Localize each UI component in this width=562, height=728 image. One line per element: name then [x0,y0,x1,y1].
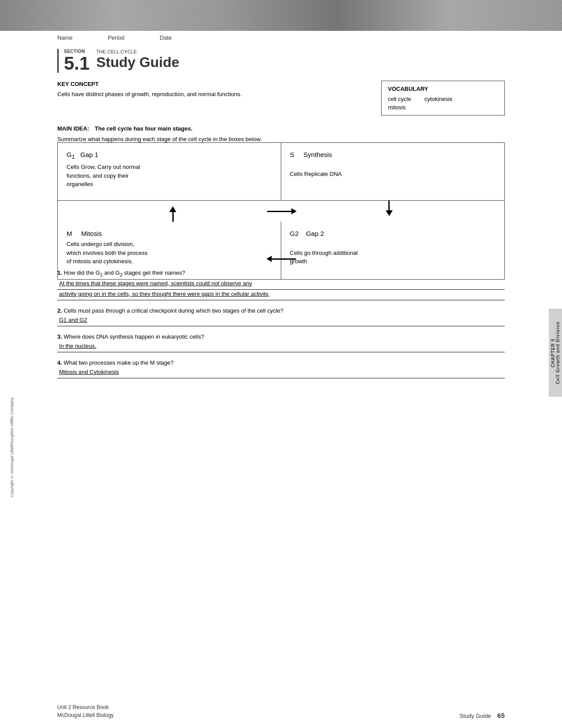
cell-m-title: M Mitosis [67,230,272,237]
side-tab: CHAPTER 5Cell Growth and Division [549,309,562,397]
name-label: Name [57,34,73,41]
q2-answer-line1: G1 and G2 [57,317,505,326]
cell-g2: G2 Gap 2 Cells go through additionalgrow… [281,222,505,279]
vocab-item-mitosis: mitosis [388,104,411,111]
cell-s: S Synthesis Cells Replicate DNA [281,143,505,200]
cell-g1: G1 Gap 1 Cells Grow, Carry out normalfun… [58,143,281,200]
cell-g1-title: G1 Gap 1 [67,151,272,160]
main-idea-subtitle: Summarize what happens during each stage… [57,136,505,142]
q1-answer-line2: activity going on in the cells, so they … [57,291,505,300]
date-label: Date [160,34,171,41]
q1-answer-text1: At the times that these stages were name… [59,280,252,287]
key-concept-text: Cells have distinct phases of growth, re… [57,90,372,99]
cell-g2-text: Cells go through additionalgrowth [290,240,496,266]
cell-s-text: Cells Replicate DNA [290,161,496,178]
section-number-block: SECTION 5.1 [64,49,89,73]
header-image [0,0,562,31]
q1-answer-line1: At the times that these stages were name… [57,280,505,290]
cell-g2-title: G2 Gap 2 [290,230,496,237]
footer-right-label: Study Guide [459,713,491,719]
vocabulary-title: VOCABULARY [388,86,498,92]
vocabulary-box: VOCABULARY cell cycle mitosis cytokinesi… [381,81,505,116]
vocab-item-cell-cycle: cell cycle [388,96,411,102]
vocab-col-1: cell cycle mitosis [388,96,411,111]
q1-answer-text2: activity going on in the cells, so they … [59,291,269,297]
cycle-diagram: G1 Gap 1 Cells Grow, Carry out normalfun… [57,142,505,280]
q4-answer-text1: Mitosis and Cytokinesis [59,369,119,375]
main-idea-header: MAIN IDEA: The cell cycle has four main … [57,124,505,132]
footer-right: Study Guide 65 [459,712,505,719]
cell-m: M Mitosis Cells undergo cell division,wh… [58,222,281,279]
q3-answer-line1: In the nucleus. [57,343,505,352]
q2-answer-text1: G1 and G2 [59,317,87,323]
main-idea-title: The cell cycle has four main stages. [95,125,193,132]
cell-s-title: S Synthesis [290,151,496,158]
q3-answer-text1: In the nucleus. [59,343,97,349]
section-title-block: THE CELL CYCLE Study Guide [96,49,179,71]
footer-line1: Unit 2 Resource Book [57,703,114,711]
question-3-text: 3. Where does DNA synthesis happen in eu… [57,333,505,340]
question-2-text: 2. Cells must pass through a critical ch… [57,307,505,314]
section-title: Study Guide [96,54,179,71]
key-concept-box: KEY CONCEPT Cells have distinct phases o… [57,81,372,116]
footer-line2: McDougal Littell Biology [57,711,114,719]
question-4: 4. What two processes make up the M stag… [57,359,505,378]
q4-answer-line1: Mitosis and Cytokinesis [57,369,505,378]
key-concept-title: KEY CONCEPT [57,81,372,87]
q4-number: 4. [57,359,62,366]
section-number: 5.1 [64,54,89,73]
footer: Unit 2 Resource Book McDougal Littell Bi… [0,703,562,719]
vocab-items: cell cycle mitosis cytokinesis [388,96,498,111]
vocab-item-cytokinesis: cytokinesis [424,96,453,102]
kc-vocab-row: KEY CONCEPT Cells have distinct phases o… [57,81,505,116]
footer-left: Unit 2 Resource Book McDougal Littell Bi… [57,703,114,719]
vocab-col-2: cytokinesis [424,96,453,111]
fields-row: Name Period Date [0,31,562,45]
cell-g1-text: Cells Grow, Carry out normalfunctions, a… [67,163,272,189]
page: Name Period Date SECTION 5.1 THE CELL CY… [0,0,562,728]
section-subtitle: THE CELL CYCLE [96,49,179,54]
side-tab-text: CHAPTER 5Cell Growth and Division [551,321,560,384]
copyright-text: Copyright © McDougal Littell/Houghton Mi… [10,397,14,497]
questions-section: 1. How did the G1 and G2 stages get thei… [57,269,505,378]
q3-number: 3. [57,333,62,340]
cell-m-text: Cells undergo cell division,which involv… [67,240,272,266]
main-content: SECTION 5.1 THE CELL CYCLE Study Guide K… [0,45,562,399]
question-4-text: 4. What two processes make up the M stag… [57,359,505,366]
period-label: Period [108,34,125,41]
page-number: 65 [497,712,505,719]
main-idea-label: MAIN IDEA: [57,125,89,132]
question-2: 2. Cells must pass through a critical ch… [57,307,505,326]
section-header: SECTION 5.1 THE CELL CYCLE Study Guide [57,49,505,73]
question-3: 3. Where does DNA synthesis happen in eu… [57,333,505,352]
q2-number: 2. [57,307,62,314]
